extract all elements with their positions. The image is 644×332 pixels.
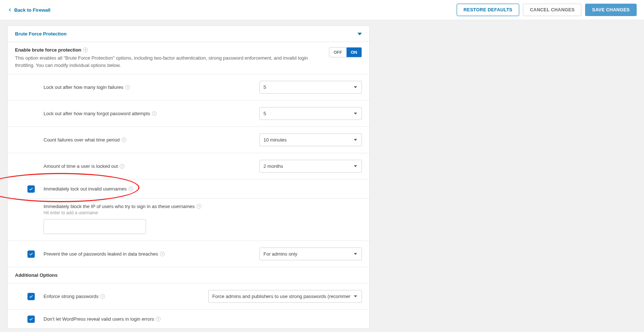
block-ip-usernames-label: Immediately block the IP of users who tr… — [44, 204, 195, 209]
help-icon[interactable]: ? — [120, 164, 124, 169]
check-icon — [29, 317, 33, 321]
additional-options-title: Additional Options — [8, 267, 369, 283]
lockout-duration-row: Amount of time a user is locked out ? 2 … — [8, 153, 369, 180]
enable-bfp-title: Enable brute force protection — [15, 47, 81, 53]
leaked-passwords-row: Prevent the use of passwords leaked in d… — [8, 241, 369, 267]
page-header: Back to Firewall RESTORE DEFAULTS CANCEL… — [0, 0, 644, 20]
chevron-down-icon — [357, 32, 362, 36]
lockout-invalid-checkbox[interactable] — [27, 185, 35, 193]
chevron-left-icon — [7, 7, 12, 12]
enforce-strong-checkbox[interactable] — [27, 293, 35, 300]
help-icon[interactable]: ? — [196, 204, 201, 209]
help-icon[interactable]: ? — [121, 137, 126, 142]
panel-title: Brute Force Protection — [15, 31, 67, 37]
dont-reveal-row: Don't let WordPress reveal valid users i… — [8, 310, 369, 328]
help-icon[interactable]: ? — [156, 317, 161, 321]
enable-bfp-row: Enable brute force protection ? This opt… — [8, 42, 369, 74]
leaked-passwords-label: Prevent the use of passwords leaked in d… — [44, 251, 158, 257]
lockout-forgot-label: Lock out after how many forgot password … — [44, 111, 150, 116]
leaked-passwords-select[interactable]: For admins only — [259, 248, 362, 260]
lockout-duration-select[interactable]: 2 months — [259, 160, 362, 173]
enforce-strong-row: Enforce strong passwords ? Force admins … — [8, 283, 369, 310]
panel-toggle-header[interactable]: Brute Force Protection — [8, 26, 369, 42]
lockout-invalid-label: Immediately lock out invalid usernames — [44, 186, 127, 192]
help-icon[interactable]: ? — [83, 48, 88, 52]
help-icon[interactable]: ? — [160, 252, 165, 256]
restore-defaults-button[interactable]: RESTORE DEFAULTS — [457, 4, 520, 16]
check-icon — [29, 294, 33, 299]
back-label: Back to Firewall — [14, 7, 50, 13]
lockout-forgot-row: Lock out after how many forgot password … — [8, 101, 369, 127]
save-changes-button[interactable]: SAVE CHANGES — [585, 4, 637, 16]
back-to-firewall-link[interactable]: Back to Firewall — [7, 7, 50, 13]
lockout-forgot-select[interactable]: 5 — [259, 107, 362, 120]
help-icon[interactable]: ? — [128, 186, 133, 191]
dont-reveal-checkbox[interactable] — [27, 316, 35, 323]
help-icon[interactable]: ? — [100, 294, 105, 299]
help-icon[interactable]: ? — [152, 111, 157, 116]
block-ip-usernames-row: Immediately block the IP of users who tr… — [8, 199, 369, 241]
cancel-changes-button[interactable]: CANCEL CHANGES — [523, 4, 581, 16]
count-period-select[interactable]: 10 minutes — [259, 133, 362, 146]
lockout-failures-row: Lock out after how many login failures ?… — [8, 74, 369, 101]
dont-reveal-label: Don't let WordPress reveal valid users i… — [44, 316, 154, 322]
count-period-row: Count failures over what time period ? 1… — [8, 127, 369, 153]
block-ip-usernames-input[interactable] — [44, 219, 146, 234]
lockout-invalid-row: Immediately lock out invalid usernames ? — [8, 180, 369, 199]
block-ip-usernames-hint: Hit enter to add a username — [44, 210, 362, 215]
check-icon — [29, 187, 33, 191]
toggle-on[interactable]: ON — [347, 48, 362, 57]
lockout-failures-label: Lock out after how many login failures — [44, 84, 123, 90]
help-icon[interactable]: ? — [125, 85, 130, 90]
enable-bfp-toggle[interactable]: OFF ON — [329, 47, 362, 57]
enforce-strong-select[interactable]: Force admins and publishers to use stron… — [208, 290, 362, 303]
enforce-strong-label: Enforce strong passwords — [44, 294, 98, 299]
count-period-label: Count failures over what time period — [44, 137, 120, 143]
toggle-off[interactable]: OFF — [329, 48, 347, 57]
leaked-passwords-checkbox[interactable] — [27, 250, 35, 258]
enable-bfp-description: This option enables all "Brute Force Pro… — [15, 54, 326, 69]
lockout-failures-select[interactable]: 5 — [259, 81, 362, 94]
lockout-duration-label: Amount of time a user is locked out — [44, 163, 118, 169]
check-icon — [29, 252, 33, 256]
header-actions: RESTORE DEFAULTS CANCEL CHANGES SAVE CHA… — [457, 4, 637, 16]
brute-force-panel: Brute Force Protection Enable brute forc… — [7, 26, 370, 329]
